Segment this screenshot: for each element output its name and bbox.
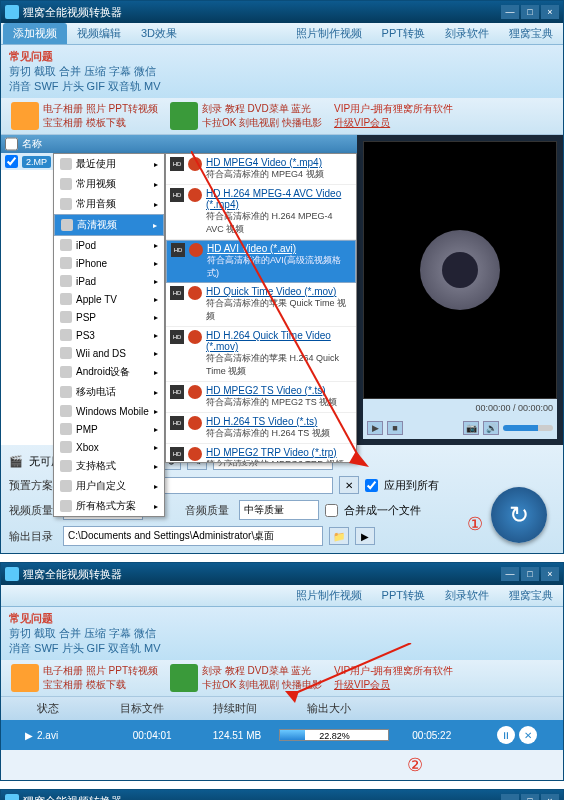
aq-select[interactable]: 中等质量 (239, 500, 319, 520)
file-name: 2.MP (22, 156, 51, 168)
promo-2[interactable]: 刻录 教程 DVD菜单 蓝光卡拉OK 刻电视剧 快播电影 (164, 102, 328, 130)
device-item-支持格式[interactable]: 支持格式▸ (54, 456, 164, 476)
device-item-所有格式方案[interactable]: 所有格式方案▸ (54, 496, 164, 516)
min-button[interactable]: — (501, 567, 519, 581)
play-button[interactable]: ▶ (367, 421, 383, 435)
min-button[interactable]: — (501, 5, 519, 19)
device-item-用户自定义[interactable]: 用户自定义▸ (54, 476, 164, 496)
format-item[interactable]: HDHD H.264 Quick Time Video (*.mov)符合高清标… (166, 327, 356, 382)
device-item-iPod[interactable]: iPod▸ (54, 236, 164, 254)
mute-button[interactable]: 🔊 (483, 421, 499, 435)
device-item-常用音频[interactable]: 常用音频▸ (54, 194, 164, 214)
format-submenu: HDHD MPEG4 Video (*.mp4)符合高清标准的 MPEG4 视频… (165, 153, 357, 463)
device-item-常用视频[interactable]: 常用视频▸ (54, 174, 164, 194)
output-path[interactable]: C:\Documents and Settings\Administrator\… (63, 526, 323, 546)
device-submenu: 最近使用▸常用视频▸常用音频▸高清视频▸iPod▸iPhone▸iPad▸App… (53, 153, 165, 517)
col-name: 名称 (18, 137, 46, 151)
device-item-移动电话[interactable]: 移动电话▸ (54, 382, 164, 402)
tab-burn[interactable]: 刻录软件 (435, 23, 499, 44)
device-item-Apple TV[interactable]: Apple TV▸ (54, 290, 164, 308)
progress-bar: 22.82% (279, 729, 389, 741)
promo-bar: 电子相册 照片 PPT转视频宝宝相册 模板下载 刻录 教程 DVD菜单 蓝光卡拉… (1, 98, 563, 135)
convert-window-running: 狸窝全能视频转换器 —□× 照片制作视频PPT转换刻录软件狸窝宝典 常见问题剪切… (0, 562, 564, 781)
conv-row: ▶2.avi 00:04:01 124.51 MB 22.82% 00:05:2… (1, 720, 563, 750)
main-window: 狸窝全能视频转换器 — □ × 添加视频 视频编辑 3D效果 照片制作视频 PP… (0, 0, 564, 554)
cancel-button[interactable]: ✕ (519, 726, 537, 744)
tab-photo-video[interactable]: 照片制作视频 (286, 23, 372, 44)
faq-l1[interactable]: 剪切 截取 合并 压缩 字幕 微信 (9, 65, 156, 77)
format-item[interactable]: HDHD MPEG2 TRP Video (*.trp)符合高清标准的 MPEG… (166, 444, 356, 463)
device-item-PS3[interactable]: PS3▸ (54, 326, 164, 344)
faq-panel: 常见问题 剪切 截取 合并 压缩 字幕 微信 消音 SWF 片头 GIF 双音轨… (1, 45, 563, 98)
max-button[interactable]: □ (521, 5, 539, 19)
player-controls: 00:00:00 / 00:00:00 (363, 399, 557, 417)
tab-add-video[interactable]: 添加视频 (3, 23, 67, 44)
preview-pane: 00:00:00 / 00:00:00 ▶ ■ 📷 🔊 (357, 135, 563, 445)
faq-head: 常见问题 (9, 50, 53, 62)
format-item[interactable]: HDHD H.264 TS Video (*.ts)符合高清标准的 H.264 … (166, 413, 356, 444)
device-item-Xbox[interactable]: Xbox▸ (54, 438, 164, 456)
device-item-iPhone[interactable]: iPhone▸ (54, 254, 164, 272)
aq-label: 音频质量 (185, 503, 233, 518)
file-checkbox[interactable] (5, 155, 18, 168)
preview-area (363, 141, 557, 399)
open-folder-button[interactable]: ▶ (355, 527, 375, 545)
output-label: 输出目录 (9, 529, 57, 544)
merge-label: 合并成一个文件 (344, 503, 421, 518)
status-icon: ▶ (25, 730, 33, 741)
tab-guide[interactable]: 狸窝宝典 (499, 23, 563, 44)
mark-1: ① (467, 513, 483, 535)
convert-window-done: 狸窝全能视频转换器 —□× 照片制作视频PPT转换刻录软件狸窝宝典 常见问题剪切… (0, 789, 564, 800)
target-file: 2.avi (37, 730, 58, 741)
browse-button[interactable]: 📁 (329, 527, 349, 545)
device-item-PSP[interactable]: PSP▸ (54, 308, 164, 326)
convert-button[interactable]: ↻ (491, 487, 547, 543)
conv-header: 状态目标文件持续时间输出大小 (1, 697, 563, 720)
close-button[interactable]: × (541, 567, 559, 581)
apply-all-checkbox[interactable] (365, 479, 378, 492)
merge-checkbox[interactable] (325, 504, 338, 517)
app-title: 狸窝全能视频转换器 (23, 5, 501, 20)
list-header: 名称 (1, 135, 357, 153)
ppt-icon (11, 102, 39, 130)
file-list-pane: 名称 2.MP 最近使用▸常用视频▸常用音频▸高清视频▸iPod▸iPhone▸… (1, 135, 357, 445)
preset-label: 预置方案 (9, 478, 57, 493)
time-display: 00:00:00 / 00:00:00 (475, 403, 553, 413)
app-logo-icon (5, 5, 19, 19)
main-area: 名称 2.MP 最近使用▸常用视频▸常用音频▸高清视频▸iPod▸iPhone▸… (1, 135, 563, 445)
phone-icon (170, 102, 198, 130)
format-item[interactable]: HDHD AVI Video (*.avi)符合高清标准的AVI(高级流视频格式… (166, 240, 356, 283)
vq-label: 视频质量 (9, 503, 57, 518)
stop-button[interactable]: ■ (387, 421, 403, 435)
device-item-最近使用[interactable]: 最近使用▸ (54, 154, 164, 174)
duration: 00:04:01 (110, 730, 195, 741)
apply-all-label: 应用到所有 (384, 478, 439, 493)
device-item-Windows Mobile[interactable]: Windows Mobile▸ (54, 402, 164, 420)
faq-l2[interactable]: 消音 SWF 片头 GIF 双音轨 MV (9, 80, 161, 92)
time-remain: 00:05:22 (389, 730, 474, 741)
volume-slider[interactable] (503, 425, 553, 431)
tab-3d[interactable]: 3D效果 (131, 23, 187, 44)
pause-button[interactable]: ⏸ (497, 726, 515, 744)
promo-1[interactable]: 电子相册 照片 PPT转视频宝宝相册 模板下载 (5, 102, 164, 130)
tab-edit-video[interactable]: 视频编辑 (67, 23, 131, 44)
close-button[interactable]: × (541, 5, 559, 19)
format-item[interactable]: HDHD MPEG2 TS Video (*.ts)符合高清标准的 MPEG2 … (166, 382, 356, 413)
device-item-高清视频[interactable]: 高清视频▸ (54, 214, 164, 236)
format-item[interactable]: HDHD Quick Time Video (*.mov)符合高清标准的苹果 Q… (166, 283, 356, 327)
tab-ppt[interactable]: PPT转换 (372, 23, 435, 44)
titlebar: 狸窝全能视频转换器 — □ × (1, 1, 563, 23)
device-item-Android设备[interactable]: Android设备▸ (54, 362, 164, 382)
max-button[interactable]: □ (521, 567, 539, 581)
format-item[interactable]: HDHD MPEG4 Video (*.mp4)符合高清标准的 MPEG4 视频 (166, 154, 356, 185)
no-subtitle-icon: 🎬 (9, 455, 23, 468)
snapshot-button[interactable]: 📷 (463, 421, 479, 435)
promo-vip[interactable]: VIP用户-拥有狸窝所有软件升级VIP会员 (328, 102, 459, 130)
device-item-iPad[interactable]: iPad▸ (54, 272, 164, 290)
mark-2: ② (407, 754, 423, 776)
select-all-checkbox[interactable] (5, 137, 18, 151)
device-item-PMP[interactable]: PMP▸ (54, 420, 164, 438)
device-item-Wii and DS[interactable]: Wii and DS▸ (54, 344, 164, 362)
format-item[interactable]: HDHD H.264 MPEG-4 AVC Video (*.mp4)符合高清标… (166, 185, 356, 240)
preset-config-button[interactable]: ✕ (339, 476, 359, 494)
